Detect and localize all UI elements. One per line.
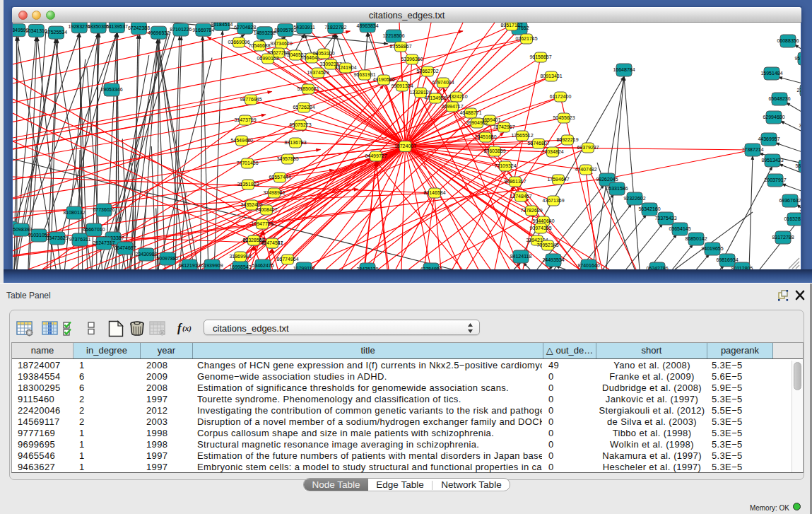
svg-text:12218506: 12218506 <box>382 33 404 38</box>
svg-text:31473799: 31473799 <box>234 117 256 122</box>
svg-text:73782639: 73782639 <box>520 208 542 213</box>
svg-text:83172788: 83172788 <box>772 235 794 240</box>
svg-text:91241904: 91241904 <box>334 65 356 70</box>
svg-text:49696532: 49696532 <box>148 30 170 35</box>
svg-text:17565512: 17565512 <box>511 133 533 138</box>
svg-text:54303911: 54303911 <box>293 25 315 30</box>
svg-text:18324210: 18324210 <box>445 94 467 99</box>
svg-text:69816934: 69816934 <box>716 257 738 262</box>
svg-text:31665876: 31665876 <box>799 209 801 214</box>
svg-text:02621745: 02621745 <box>515 36 537 41</box>
svg-text:65648236: 65648236 <box>768 96 790 101</box>
svg-text:53396360: 53396360 <box>401 57 423 62</box>
svg-text:48963834: 48963834 <box>357 23 379 28</box>
svg-text:01632870: 01632870 <box>784 216 801 221</box>
svg-text:19374529: 19374529 <box>307 70 329 75</box>
svg-text:08053100: 08053100 <box>312 51 334 56</box>
svg-text:67242388: 67242388 <box>128 25 150 30</box>
svg-text:24008427: 24008427 <box>255 207 277 212</box>
svg-text:96631931: 96631931 <box>353 72 375 77</box>
svg-text:80861317: 80861317 <box>504 179 526 184</box>
svg-text:06088356: 06088356 <box>777 38 799 43</box>
svg-text:80913431: 80913431 <box>540 74 562 78</box>
svg-text:06990162: 06990162 <box>257 56 278 61</box>
svg-text:06474687: 06474687 <box>114 245 136 250</box>
svg-text:50097882: 50097882 <box>156 256 178 261</box>
svg-text:98262045: 98262045 <box>596 177 618 182</box>
svg-text:31869993: 31869993 <box>229 254 251 259</box>
svg-text:15451680: 15451680 <box>474 134 496 139</box>
svg-text:42474517: 42474517 <box>261 240 283 245</box>
svg-text:47407482: 47407482 <box>575 167 596 172</box>
svg-text:34352408: 34352408 <box>240 202 262 207</box>
svg-text:95798687: 95798687 <box>794 56 801 61</box>
svg-text:15098393: 15098393 <box>13 227 33 232</box>
svg-text:92322602: 92322602 <box>623 196 645 201</box>
svg-text:98776945: 98776945 <box>240 97 261 102</box>
svg-text:61939909: 61939909 <box>201 263 223 268</box>
svg-text:47134936: 47134936 <box>424 95 446 100</box>
svg-text:14893252: 14893252 <box>254 30 276 35</box>
svg-text:26247317: 26247317 <box>93 240 114 245</box>
svg-text:77387214: 77387214 <box>741 147 763 152</box>
svg-text:16648784: 16648784 <box>613 67 635 72</box>
svg-text:04499727: 04499727 <box>365 153 387 158</box>
svg-text:67974034: 67974034 <box>432 80 454 85</box>
svg-text:91669784: 91669784 <box>192 28 214 33</box>
svg-text:77034824: 77034824 <box>541 149 563 154</box>
svg-text:87603859: 87603859 <box>483 148 505 153</box>
svg-text:96158657: 96158657 <box>529 54 551 59</box>
svg-text:43671369: 43671369 <box>542 198 564 203</box>
svg-text:77701436: 77701436 <box>236 160 258 165</box>
svg-text:71822782: 71822782 <box>324 25 346 30</box>
svg-text:77109324: 77109324 <box>494 163 516 168</box>
svg-text:65726284: 65726284 <box>293 105 314 110</box>
svg-text:82146584: 82146584 <box>423 190 445 195</box>
svg-text:89517187: 89517187 <box>500 23 522 28</box>
svg-text:69379237: 69379237 <box>577 145 599 150</box>
svg-text:65075273: 65075273 <box>289 122 311 127</box>
svg-text:15951484: 15951484 <box>760 71 782 76</box>
svg-text:93734670: 93734670 <box>270 41 292 46</box>
svg-text:58122362: 58122362 <box>795 163 801 168</box>
svg-text:46488771: 46488771 <box>459 110 481 115</box>
svg-text:17594647: 17594647 <box>547 177 569 182</box>
svg-text:05331586: 05331586 <box>606 186 628 191</box>
svg-text:10341316: 10341316 <box>25 28 47 33</box>
svg-text:56342160: 56342160 <box>638 206 660 211</box>
svg-text:57662702: 57662702 <box>416 69 438 74</box>
svg-text:90974395: 90974395 <box>529 226 551 230</box>
svg-text:34714345: 34714345 <box>799 123 801 128</box>
svg-text:44369957: 44369957 <box>758 136 779 141</box>
svg-text:87401640: 87401640 <box>577 263 599 268</box>
svg-text:39904902: 39904902 <box>466 120 488 125</box>
svg-text:54549480: 54549480 <box>230 138 252 143</box>
svg-text:56746807: 56746807 <box>527 141 549 146</box>
svg-text:62994680: 62994680 <box>763 115 784 119</box>
svg-text:49190586: 49190586 <box>372 77 394 82</box>
svg-text:94019655: 94019655 <box>701 246 723 251</box>
svg-text:59440640: 59440640 <box>532 218 554 223</box>
svg-text:67736026: 67736026 <box>93 207 114 212</box>
svg-text:86922219: 86922219 <box>556 137 578 142</box>
svg-text:61172400: 61172400 <box>550 94 572 99</box>
svg-text:87558867: 87558867 <box>389 44 411 49</box>
svg-text:27743487: 27743487 <box>796 88 801 93</box>
svg-text:10947775: 10947775 <box>251 221 273 226</box>
svg-text:83136783: 83136783 <box>284 140 306 145</box>
svg-text:31351823: 31351823 <box>237 182 259 187</box>
svg-text:86850142: 86850142 <box>685 236 707 241</box>
svg-text:34957885: 34957885 <box>276 156 298 161</box>
svg-text:47525534: 47525534 <box>45 30 67 35</box>
svg-text:23430980: 23430980 <box>135 252 157 257</box>
svg-text:51850671: 51850671 <box>297 86 319 91</box>
svg-text:03654145: 03654145 <box>669 226 690 231</box>
svg-text:53462475: 53462475 <box>252 263 273 268</box>
svg-text:20037917: 20037917 <box>764 177 786 182</box>
svg-text:97376311: 97376311 <box>69 237 91 242</box>
svg-text:84124118: 84124118 <box>510 254 532 259</box>
svg-text:99091334: 99091334 <box>391 83 413 88</box>
svg-text:80184514: 80184514 <box>211 23 233 27</box>
svg-text:12328120: 12328120 <box>409 90 431 95</box>
svg-text:29053346: 29053346 <box>100 87 122 92</box>
